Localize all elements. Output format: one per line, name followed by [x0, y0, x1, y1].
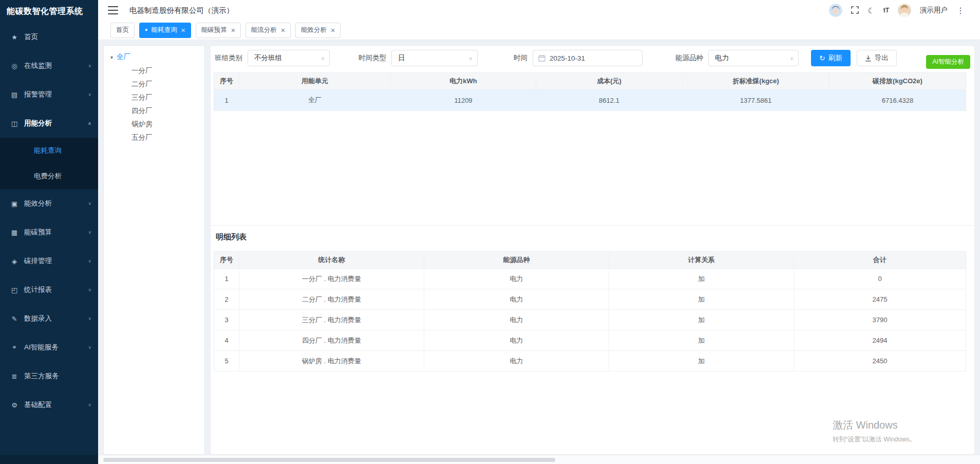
export-button[interactable]: 导出 — [857, 50, 897, 66]
sidebar-item-carbon-emission[interactable]: ◈ 碳排管理 ∨ — [0, 247, 98, 275]
sidebar-item-third-party[interactable]: ≣ 第三方服务 — [0, 362, 98, 391]
detail-table-row[interactable]: 3 三分厂 . 电力消费量 电力 加 3790 — [214, 310, 966, 330]
tab-energy-flow[interactable]: 能流分析 × — [246, 23, 291, 38]
dark-mode-moon-icon[interactable]: ☾ — [868, 7, 874, 14]
assistant-avatar[interactable] — [829, 4, 842, 17]
sidebar-subitem-energy-query[interactable]: 能耗查询 — [0, 138, 98, 163]
efficiency-analysis-icon: ▣ — [10, 200, 19, 208]
time-label: 时间 — [514, 53, 527, 63]
data-entry-icon: ✎ — [10, 315, 19, 323]
detail-table-row[interactable]: 5 锅炉房 . 电力消费量 电力 加 2450 — [214, 351, 966, 372]
summary-table: 序号 用能单元 电力kWh 成本(元) 折标准煤(kgce) 碳排放(kgCO2… — [214, 72, 966, 111]
chevron-down-icon: ∨ — [469, 55, 473, 61]
content-area: ▾ 全厂 一分厂 二分厂 三分厂 四分厂 锅炉房 五分厂 班组类别 不分班组 ∨ — [98, 40, 980, 455]
base-config-gear-icon: ⚙ — [10, 401, 19, 409]
chevron-down-icon: ∨ — [88, 63, 91, 68]
main-panel: 班组类别 不分班组 ∨ 时间类型 日 ∨ 时间 2025-10-31 — [210, 45, 975, 455]
app-window: 能碳数智化管理系统 ★ 首页 ◎ 在线监测 ∨ ▤ 报警管理 ∨ ◫ 用能分析 … — [0, 0, 980, 464]
time-type-select[interactable]: 日 ∨ — [391, 50, 478, 66]
report-icon: ◰ — [10, 286, 19, 294]
tree-node-child[interactable]: 锅炉房 — [104, 118, 204, 131]
sidebar-item-energy-analysis[interactable]: ◫ 用能分析 ∧ — [0, 109, 98, 138]
group-type-label: 班组类别 — [215, 53, 242, 63]
date-picker-input[interactable]: 2025-10-31 — [533, 50, 643, 66]
tree-node-child[interactable]: 一分厂 — [104, 64, 204, 78]
more-options-icon[interactable]: ⋮ — [956, 6, 965, 15]
sidebar-item-home[interactable]: ★ 首页 — [0, 23, 98, 51]
chevron-down-icon: ∨ — [88, 201, 91, 206]
tab-home[interactable]: 首页 — [110, 23, 135, 38]
tree-node-child[interactable]: 二分厂 — [104, 78, 204, 91]
tab-close-icon[interactable]: × — [181, 27, 185, 34]
column-header: 成本(元) — [536, 72, 683, 90]
alarm-manage-icon: ▤ — [10, 91, 19, 99]
detail-table-row[interactable]: 1 一分厂 . 电力消费量 电力 加 0 — [214, 269, 966, 289]
sidebar-item-base-config[interactable]: ⚙ 基础配置 ∨ — [0, 391, 98, 419]
sidebar-footer-strip — [0, 455, 98, 464]
horizontal-scrollbar-thumb[interactable] — [103, 458, 555, 462]
sidebar-item-online-monitor[interactable]: ◎ 在线监测 ∨ — [0, 51, 98, 80]
chevron-down-icon: ∨ — [321, 55, 325, 61]
column-header: 能源品种 — [424, 251, 609, 269]
detail-section: 明细列表 序号 统计名称 能源品种 计算关系 合计 — [211, 225, 974, 372]
company-title: 电器制造股份有限公司（演示） — [129, 6, 234, 15]
tree-node-child[interactable]: 三分厂 — [104, 91, 204, 104]
energy-type-select[interactable]: 电力 ∨ — [708, 50, 799, 66]
column-header: 合计 — [794, 251, 966, 269]
group-type-select[interactable]: 不分班组 ∨ — [248, 50, 330, 66]
column-header: 序号 — [214, 72, 239, 90]
user-avatar[interactable] — [898, 4, 911, 17]
online-monitor-icon: ◎ — [10, 62, 19, 70]
column-header: 统计名称 — [239, 251, 424, 269]
menu-collapse-icon[interactable] — [108, 6, 118, 14]
tab-carbon-budget[interactable]: 能碳预算 × — [196, 23, 241, 38]
cell-coal-equivalent: 1377.5861 — [683, 90, 830, 111]
calendar-icon — [538, 54, 545, 62]
chevron-down-icon: ∨ — [790, 55, 794, 61]
tab-close-icon[interactable]: × — [231, 27, 235, 34]
sidebar-item-efficiency-analysis[interactable]: ▣ 能效分析 ∨ — [0, 189, 98, 218]
sidebar-item-statistics-report[interactable]: ◰ 统计报表 ∨ — [0, 275, 98, 304]
user-name[interactable]: 演示用户 — [920, 6, 948, 15]
chevron-down-icon: ∨ — [88, 402, 91, 407]
sidebar-item-data-entry[interactable]: ✎ 数据录入 ∨ — [0, 304, 98, 333]
column-header: 计算关系 — [609, 251, 794, 269]
detail-table-header-row: 序号 统计名称 能源品种 计算关系 合计 — [214, 251, 966, 269]
time-type-label: 时间类型 — [359, 53, 386, 63]
app-logo-title: 能碳数智化管理系统 — [0, 0, 98, 23]
tab-energy-query[interactable]: ● 能耗查询 × — [139, 23, 191, 38]
summary-table-header-row: 序号 用能单元 电力kWh 成本(元) 折标准煤(kgce) 碳排放(kgCO2… — [214, 72, 966, 90]
cell-carbon-emission: 6716.4328 — [830, 90, 966, 111]
fullscreen-icon[interactable] — [851, 6, 859, 15]
chevron-down-icon: ∨ — [88, 258, 91, 264]
carbon-budget-icon: ▦ — [10, 229, 19, 236]
energy-type-label: 能源品种 — [675, 53, 703, 63]
summary-table-row[interactable]: 1 全厂 11209 8612.1 1377.5861 6716.4328 — [214, 90, 966, 111]
column-header: 电力kWh — [391, 72, 536, 90]
sidebar-item-ai-service[interactable]: ⌖ AI智能服务 ∨ — [0, 333, 98, 362]
tab-efficiency-analysis[interactable]: 能效分析 × — [295, 23, 341, 38]
sidebar-subitem-electricity-cost[interactable]: 电费分析 — [0, 163, 98, 189]
third-party-icon: ≣ — [10, 373, 19, 380]
sidebar-item-alarm-manage[interactable]: ▤ 报警管理 ∨ — [0, 80, 98, 109]
topbar: 电器制造股份有限公司（演示） ☾ tT 演示用户 ⋮ — [98, 0, 980, 21]
chevron-down-icon: ∨ — [88, 316, 91, 321]
font-size-icon[interactable]: tT — [883, 7, 889, 14]
tree-node-child[interactable]: 四分厂 — [104, 104, 204, 118]
detail-table-row[interactable]: 2 二分厂 . 电力消费量 电力 加 2475 — [214, 289, 966, 310]
ai-service-icon: ⌖ — [10, 343, 19, 351]
refresh-button[interactable]: ↻ 刷新 — [811, 50, 851, 66]
cell-unit: 全厂 — [239, 90, 391, 111]
tree-node-child[interactable]: 五分厂 — [104, 131, 204, 144]
summary-section: 班组类别 不分班组 ∨ 时间类型 日 ∨ 时间 2025-10-31 — [211, 46, 974, 225]
cell-index: 1 — [214, 90, 239, 111]
chevron-up-icon: ∧ — [88, 121, 91, 126]
filter-row: 班组类别 不分班组 ∨ 时间类型 日 ∨ 时间 2025-10-31 — [211, 50, 974, 66]
detail-table-row[interactable]: 4 四分厂 . 电力消费量 电力 加 2494 — [214, 330, 966, 351]
sidebar-item-carbon-budget[interactable]: ▦ 能碳预算 ∨ — [0, 218, 98, 247]
tab-close-icon[interactable]: × — [281, 27, 285, 34]
tab-close-icon[interactable]: × — [331, 27, 335, 34]
ai-analysis-button[interactable]: AI智能分析 — [926, 55, 970, 69]
column-header: 碳排放(kgCO2e) — [830, 72, 966, 90]
tree-node-root[interactable]: ▾ 全厂 — [104, 50, 204, 64]
